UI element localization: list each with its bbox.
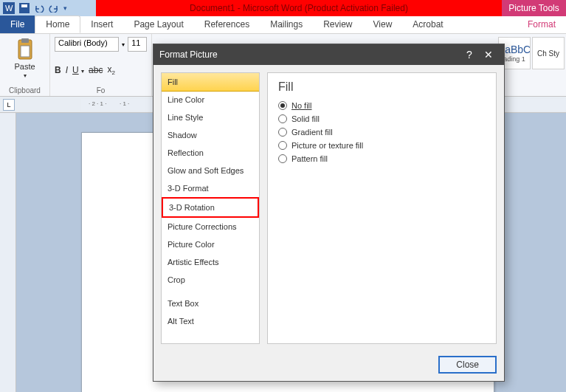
contextual-tab-label: Picture Tools <box>502 0 566 16</box>
radio-icon <box>278 114 287 123</box>
category-line-color[interactable]: Line Color <box>162 91 259 109</box>
category-crop[interactable]: Crop <box>162 271 259 289</box>
font-group-label: Fo <box>55 86 147 94</box>
pane-heading: Fill <box>278 80 486 94</box>
dialog-title: Format Picture <box>159 49 460 60</box>
radio-gradient-fill[interactable]: Gradient fill <box>278 128 486 137</box>
tab-home[interactable]: Home <box>35 16 80 33</box>
radio-pattern-fill[interactable]: Pattern fill <box>278 154 486 163</box>
svg-text:W: W <box>5 4 13 13</box>
paste-icon <box>15 38 35 61</box>
tab-insert[interactable]: Insert <box>80 16 123 33</box>
svg-rect-6 <box>21 46 30 57</box>
title-bar: W ▾ Document1 - Microsoft Word (Product … <box>0 0 566 16</box>
change-styles-button[interactable]: Ch Sty <box>532 37 565 69</box>
qat-dropdown-icon[interactable]: ▾ <box>63 4 67 12</box>
category-reflection[interactable]: Reflection <box>162 144 259 162</box>
subscript-button[interactable]: x2 <box>107 64 114 76</box>
help-button[interactable]: ? <box>460 49 479 61</box>
clipboard-group-label: Clipboard <box>4 86 45 94</box>
options-pane: Fill No fill Solid fill Gradient fill Pi… <box>267 72 497 344</box>
category-line-style[interactable]: Line Style <box>162 109 259 126</box>
save-icon[interactable] <box>19 3 30 13</box>
word-icon: W <box>3 2 15 14</box>
svg-rect-3 <box>21 4 27 7</box>
dialog-titlebar[interactable]: Format Picture ? ✕ <box>153 44 504 65</box>
tab-review[interactable]: Review <box>313 16 362 33</box>
close-icon[interactable]: ✕ <box>479 49 498 61</box>
radio-solid-fill[interactable]: Solid fill <box>278 114 486 123</box>
radio-no-fill[interactable]: No fill <box>278 101 486 110</box>
tab-selector[interactable]: L <box>3 99 15 111</box>
paste-label: Paste <box>14 62 35 71</box>
tab-page-layout[interactable]: Page Layout <box>123 16 193 33</box>
format-picture-dialog: Format Picture ? ✕ Fill Line Color Line … <box>153 44 505 382</box>
strike-button[interactable]: abc <box>89 65 103 75</box>
category-artistic-effects[interactable]: Artistic Effects <box>162 253 259 271</box>
radio-picture-texture-fill[interactable]: Picture or texture fill <box>278 141 486 150</box>
svg-rect-5 <box>21 38 29 43</box>
font-size-select[interactable]: 11 <box>128 37 147 52</box>
radio-icon <box>278 154 287 163</box>
tab-format[interactable]: Format <box>517 16 566 33</box>
ribbon-tabs: File Home Insert Page Layout References … <box>0 16 566 34</box>
underline-button[interactable]: U ▾ <box>72 65 84 75</box>
tab-acrobat[interactable]: Acrobat <box>402 16 453 33</box>
category-fill[interactable]: Fill <box>161 72 260 92</box>
tab-view[interactable]: View <box>363 16 403 33</box>
category-glow[interactable]: Glow and Soft Edges <box>162 162 259 179</box>
category-alt-text[interactable]: Alt Text <box>162 312 259 330</box>
redo-icon[interactable] <box>49 4 59 13</box>
category-3d-rotation[interactable]: 3-D Rotation <box>162 197 259 218</box>
vertical-ruler[interactable] <box>0 113 16 392</box>
radio-icon <box>278 101 287 110</box>
tab-file[interactable]: File <box>0 16 35 33</box>
close-button[interactable]: Close <box>438 356 497 374</box>
category-3d-format[interactable]: 3-D Format <box>162 179 259 197</box>
quick-access-toolbar: W ▾ <box>0 0 96 16</box>
font-name-select[interactable]: Calibri (Body) <box>55 37 119 52</box>
undo-icon[interactable] <box>34 4 44 13</box>
category-list: Fill Line Color Line Style Shadow Reflec… <box>161 72 260 344</box>
window-title: Document1 - Microsoft Word (Product Acti… <box>96 3 502 13</box>
category-picture-corrections[interactable]: Picture Corrections <box>162 218 259 235</box>
category-text-box[interactable]: Text Box <box>162 295 259 312</box>
bold-button[interactable]: B <box>55 65 61 75</box>
paste-button[interactable]: Paste ▾ <box>4 37 45 80</box>
tab-mailings[interactable]: Mailings <box>260 16 313 33</box>
tab-references[interactable]: References <box>194 16 260 33</box>
italic-button[interactable]: I <box>66 65 68 75</box>
category-shadow[interactable]: Shadow <box>162 126 259 144</box>
category-picture-color[interactable]: Picture Color <box>162 235 259 253</box>
radio-icon <box>278 141 287 150</box>
radio-icon <box>278 128 287 137</box>
